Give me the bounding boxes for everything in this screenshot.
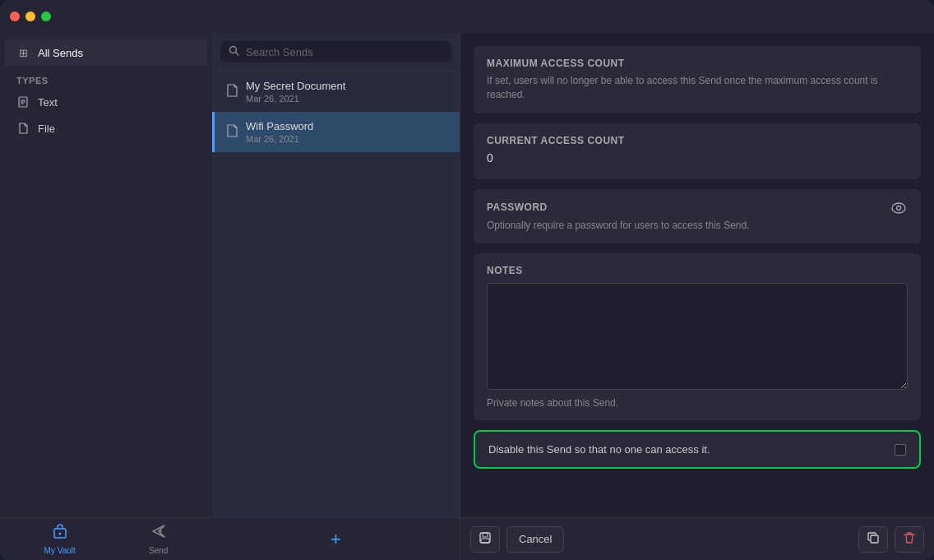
vault-icon [52, 523, 68, 544]
password-hint: Optionally require a password for users … [487, 219, 908, 233]
item-info: Wifi Password Mar 26, 2021 [246, 120, 448, 144]
disable-section: Disable this Send so that no one can acc… [474, 430, 921, 469]
bottom-bar: My Vault Send + [0, 517, 934, 560]
notes-section: NOTES Private notes about this Send. [474, 253, 921, 420]
list-footer: + [212, 518, 460, 560]
svg-rect-12 [481, 539, 489, 543]
notes-hint: Private notes about this Send. [487, 397, 908, 409]
text-label: Text [38, 96, 58, 109]
detail-footer: Cancel [460, 526, 934, 553]
toggle-password-button[interactable] [890, 201, 908, 219]
search-bar [212, 33, 460, 72]
disable-label: Disable this Send so that no one can acc… [488, 443, 710, 456]
item-name: Wifi Password [246, 120, 448, 132]
current-access-count-section: Current Access Count 0 [474, 123, 921, 179]
sidebar-nav: ⊞ All Sends TYPES Text [0, 33, 212, 517]
sidebar-item-file[interactable]: File [5, 115, 207, 141]
delete-icon [904, 531, 915, 547]
svg-point-4 [230, 47, 237, 53]
item-date: Mar 26, 2021 [246, 134, 448, 144]
main-layout: ⊞ All Sends TYPES Text [0, 33, 934, 517]
file-label: File [38, 123, 55, 135]
my-vault-label: My Vault [44, 546, 76, 555]
copy-icon [867, 531, 880, 547]
close-button[interactable] [10, 12, 20, 21]
sidebar-item-all-sends[interactable]: ⊞ All Sends [5, 39, 207, 66]
svg-point-7 [897, 206, 901, 210]
search-icon [229, 45, 239, 58]
list-item[interactable]: Wifi Password Mar 26, 2021 [212, 112, 460, 152]
sends-list: My Secret Document Mar 26, 2021 Wifi Pas… [212, 72, 460, 517]
password-title: Password [487, 201, 548, 213]
my-vault-nav-button[interactable]: My Vault [35, 520, 86, 558]
detail-panel: Maximum Access Count If set, users will … [460, 33, 934, 517]
app-window: ⊞ All Sends TYPES Text [0, 0, 934, 560]
send-nav-button[interactable]: Send [139, 520, 178, 558]
notes-label: NOTES [487, 265, 908, 276]
minimize-button[interactable] [25, 12, 35, 21]
max-access-count-hint: If set, users will no longer be able to … [487, 74, 908, 102]
save-icon [479, 531, 492, 547]
svg-point-9 [58, 533, 61, 535]
disable-checkbox[interactable] [895, 444, 906, 456]
list-panel: My Secret Document Mar 26, 2021 Wifi Pas… [212, 33, 460, 517]
copy-button[interactable] [858, 526, 888, 553]
svg-line-5 [236, 53, 238, 55]
password-row: Password [487, 201, 908, 219]
svg-point-6 [892, 203, 905, 213]
add-send-button[interactable]: + [314, 524, 358, 555]
send-icon [150, 523, 167, 544]
sidebar-item-text[interactable]: Text [5, 89, 207, 115]
list-item[interactable]: My Secret Document Mar 26, 2021 [212, 72, 460, 112]
sidebar-footer: My Vault Send [0, 518, 212, 560]
document-icon [226, 84, 238, 100]
title-bar [0, 0, 934, 33]
detail-content: Maximum Access Count If set, users will … [460, 33, 934, 517]
current-access-count-value: 0 [487, 151, 908, 164]
search-input[interactable] [246, 46, 443, 58]
delete-button[interactable] [895, 526, 924, 553]
detail-footer-left: Cancel [470, 526, 564, 553]
text-icon [16, 95, 30, 109]
svg-rect-10 [480, 533, 490, 543]
current-access-count-title: Current Access Count [487, 135, 908, 146]
svg-rect-11 [483, 533, 488, 537]
send-label: Send [149, 546, 168, 555]
item-info: My Secret Document Mar 26, 2021 [246, 80, 448, 104]
grid-icon: ⊞ [16, 46, 30, 59]
svg-rect-13 [871, 535, 878, 543]
traffic-lights [10, 12, 51, 21]
file-icon [16, 122, 30, 135]
detail-footer-right [858, 526, 924, 553]
add-icon: + [331, 529, 341, 549]
save-button[interactable] [470, 526, 500, 553]
cancel-button[interactable]: Cancel [506, 526, 564, 553]
search-wrapper [220, 41, 451, 62]
notes-textarea[interactable] [487, 283, 908, 390]
maximize-button[interactable] [41, 12, 51, 21]
all-sends-label: All Sends [38, 47, 83, 59]
types-section-title: TYPES [0, 66, 212, 89]
password-section: Password Optionally require a password f… [474, 189, 921, 244]
sidebar: ⊞ All Sends TYPES Text [0, 33, 212, 517]
cancel-label: Cancel [519, 533, 552, 545]
document-icon [226, 124, 238, 140]
item-date: Mar 26, 2021 [246, 94, 448, 104]
item-name: My Secret Document [246, 80, 448, 92]
max-access-count-section: Maximum Access Count If set, users will … [474, 46, 921, 113]
max-access-count-title: Maximum Access Count [487, 58, 908, 69]
